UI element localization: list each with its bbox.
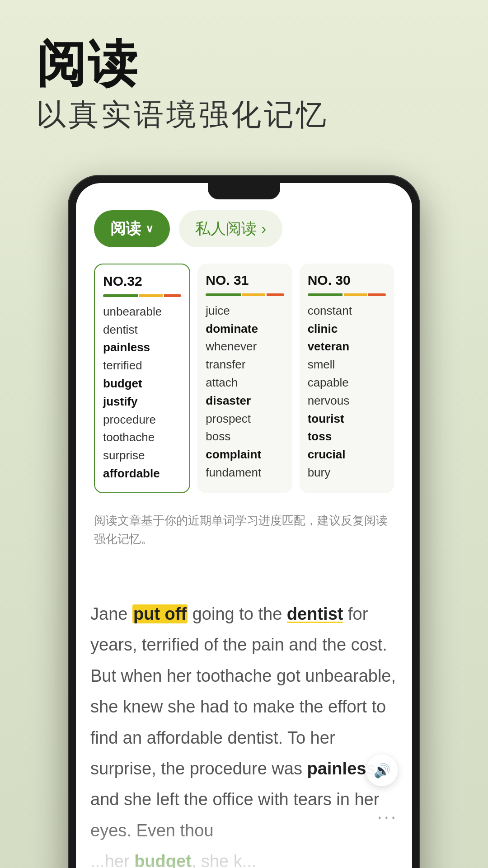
bar-orange-3 — [368, 293, 386, 296]
highlight-dentist: dentist — [287, 604, 343, 623]
list-item-bold: affordable — [103, 466, 181, 481]
list-item-bold: clinic — [308, 321, 386, 337]
phone-screen: 阅读 ∨ 私人阅读 › NO.32 — [76, 183, 412, 868]
word-list-1: unbearable dentist painless terrified bu… — [103, 304, 181, 481]
list-item: constant — [308, 303, 386, 319]
list-item: fundament — [206, 465, 284, 481]
speaker-button[interactable]: 🔊 — [366, 755, 398, 786]
list-item-bold: budget — [103, 376, 181, 392]
word-card-2[interactable]: NO. 31 juice dominate whenever transfer — [197, 264, 292, 493]
sub-title: 以真实语境强化记忆 — [36, 95, 452, 134]
bar-green-2 — [206, 293, 240, 296]
tab-chevron-right-icon: › — [261, 220, 266, 237]
main-title: 阅读 — [36, 36, 452, 91]
bar-orange-1 — [164, 294, 182, 297]
list-item: toothache — [103, 430, 181, 445]
list-item: capable — [308, 375, 386, 391]
phone-notch — [208, 183, 280, 199]
list-item: attach — [206, 375, 284, 391]
text-for: for years, terrified of the pain and the… — [90, 604, 396, 778]
color-bar-1 — [103, 294, 181, 297]
cards-grid: NO.32 unbearable dentist painless terrif — [94, 264, 394, 493]
list-item-bold: dominate — [206, 321, 284, 337]
highlight-put-off: put off — [132, 604, 188, 623]
phone-wrapper: 阅读 ∨ 私人阅读 › NO.32 — [0, 175, 488, 868]
bar-orange-2 — [267, 293, 284, 296]
bar-green-3 — [308, 293, 343, 296]
word-list-3: constant clinic veteran smell capable ne… — [308, 303, 386, 481]
list-item: dentist — [103, 322, 181, 338]
list-item: transfer — [206, 357, 284, 373]
more-dots-button[interactable]: ··· — [377, 807, 398, 827]
word-card-1[interactable]: NO.32 unbearable dentist painless terrif — [94, 264, 190, 493]
text-she-knew: , she k... — [192, 852, 257, 868]
word-card-3[interactable]: NO. 30 constant clinic veteran smell — [300, 264, 394, 493]
text-her: ...her — [90, 852, 134, 868]
list-item-bold: veteran — [308, 339, 386, 354]
list-item-bold: justify — [103, 394, 181, 410]
list-item-bold: disaster — [206, 393, 284, 409]
list-item-bold: crucial — [308, 447, 386, 462]
reading-text: Jane put off going to the dentist for ye… — [90, 599, 398, 846]
list-item: unbearable — [103, 304, 181, 320]
tab-row: 阅读 ∨ 私人阅读 › — [94, 210, 394, 247]
bar-yellow-1 — [139, 294, 162, 297]
list-item-bold: complaint — [206, 447, 284, 462]
bar-green-1 — [103, 294, 138, 297]
bar-yellow-2 — [242, 293, 265, 296]
bar-yellow-3 — [344, 293, 367, 296]
card-number-1: NO.32 — [103, 274, 181, 289]
phone-frame: 阅读 ∨ 私人阅读 › NO.32 — [68, 175, 420, 868]
phone-content: 阅读 ∨ 私人阅读 › NO.32 — [76, 183, 412, 576]
page-wrapper: 阅读 以真实语境强化记忆 阅读 ∨ 私人阅读 › — [0, 0, 488, 868]
tab-reading-label: 阅读 — [110, 218, 141, 239]
reading-area: Jane put off going to the dentist for ye… — [76, 576, 412, 868]
header-section: 阅读 以真实语境强化记忆 — [0, 0, 488, 152]
tab-private-reading[interactable]: 私人阅读 › — [179, 210, 282, 247]
color-bar-3 — [308, 293, 386, 296]
card-number-2: NO. 31 — [206, 273, 284, 288]
list-item-bold: tourist — [308, 411, 386, 427]
text-jane: Jane — [90, 604, 132, 623]
speaker-icon: 🔊 — [374, 763, 390, 778]
list-item: bury — [308, 465, 386, 481]
highlight-budget: budget — [134, 852, 192, 868]
tab-private-label: 私人阅读 — [195, 218, 257, 239]
tab-chevron-down-icon: ∨ — [145, 222, 154, 235]
text-going: going to the — [188, 604, 287, 623]
list-item: prospect — [206, 411, 284, 427]
list-item-bold: painless — [103, 340, 181, 355]
highlight-painless: painless — [307, 759, 375, 778]
list-item: boss — [206, 429, 284, 444]
card-number-3: NO. 30 — [308, 273, 386, 288]
word-list-2: juice dominate whenever transfer attach … — [206, 303, 284, 481]
ellipsis-icon: ··· — [377, 807, 398, 826]
color-bar-2 — [206, 293, 284, 296]
list-item: nervous — [308, 393, 386, 409]
list-item: terrified — [103, 358, 181, 373]
reading-bottom-text: ...her budget, she k... — [90, 846, 398, 868]
list-item-bold: toss — [308, 429, 386, 444]
list-item: procedure — [103, 412, 181, 428]
list-item: whenever — [206, 339, 284, 354]
tab-reading-active[interactable]: 阅读 ∨ — [94, 210, 170, 247]
info-text: 阅读文章基于你的近期单词学习进度匹配，建议反复阅读强化记忆。 — [94, 507, 394, 558]
list-item: surprise — [103, 448, 181, 463]
list-item: smell — [308, 357, 386, 373]
list-item: juice — [206, 303, 284, 319]
